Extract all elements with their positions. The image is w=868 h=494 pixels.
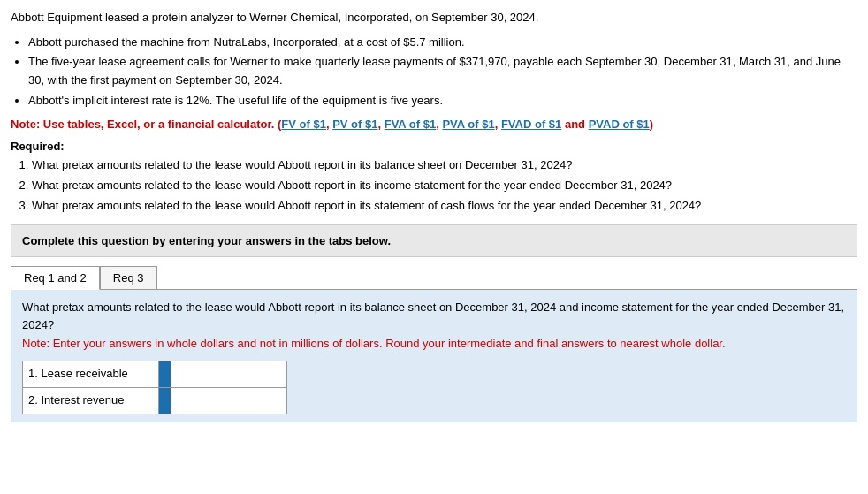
opening-sentence: Abbott Equipment leased a protein analyz… (11, 9, 857, 27)
bullet-2: The five-year lease agreement calls for … (28, 53, 857, 90)
fvad-link[interactable]: FVAD of $1 (501, 118, 561, 131)
pva-link[interactable]: PVA of $1 (442, 118, 494, 131)
required-section: Required: What pretax amounts related to… (11, 140, 857, 215)
tab-description: What pretax amounts related to the lease… (22, 299, 846, 336)
req-item-1: What pretax amounts related to the lease… (32, 156, 857, 175)
tab-content-area: What pretax amounts related to the lease… (11, 290, 857, 422)
required-title: Required: (11, 140, 857, 153)
table-row: 2. Interest revenue (23, 387, 287, 414)
answer-table: 1. Lease receivable 2. Interest revenue (22, 361, 287, 414)
lease-receivable-label: Lease receivable (41, 367, 127, 380)
note-prefix: Note: Use tables, Excel, or a financial … (11, 118, 274, 131)
pv-link[interactable]: PV of $1 (332, 118, 377, 131)
page-container: Abbott Equipment leased a protein analyz… (11, 9, 857, 422)
row-2-label: 2. Interest revenue (23, 387, 159, 414)
bullet-3: Abbott's implicit interest rate is 12%. … (28, 92, 857, 110)
pvad-link[interactable]: PVAD of $1 (589, 118, 650, 131)
flag-1 (158, 361, 171, 387)
interest-revenue-label: Interest revenue (41, 393, 124, 407)
row-1-number: 1. (28, 367, 41, 380)
note-line: Note: Use tables, Excel, or a financial … (11, 116, 857, 133)
row-2-input-cell (171, 387, 287, 414)
bullet-1: Abbott purchased the machine from NutraL… (28, 34, 857, 52)
req-item-2: What pretax amounts related to the lease… (32, 177, 857, 195)
tab-req-3-label: Req 3 (113, 271, 144, 285)
tabs-bar: Req 1 and 2 Req 3 (11, 266, 857, 290)
bullet-list: Abbott purchased the machine from NutraL… (28, 34, 857, 110)
tab-note: Note: Enter your answers in whole dollar… (22, 335, 846, 353)
complete-text: Complete this question by entering your … (22, 234, 391, 247)
table-row: 1. Lease receivable (23, 361, 287, 387)
tab-req-1-2-label: Req 1 and 2 (24, 271, 87, 285)
flag-2 (158, 387, 171, 414)
lease-receivable-input[interactable] (173, 365, 285, 382)
fv-link[interactable]: FV of $1 (281, 118, 326, 131)
req-item-3: What pretax amounts related to the lease… (32, 197, 857, 216)
tab-req-3[interactable]: Req 3 (100, 266, 157, 289)
row-1-label: 1. Lease receivable (23, 361, 159, 387)
row-2-number: 2. (28, 393, 41, 407)
fva-link[interactable]: FVA of $1 (385, 118, 437, 131)
tab-req-1-2[interactable]: Req 1 and 2 (11, 266, 100, 290)
complete-box: Complete this question by entering your … (11, 224, 857, 257)
interest-revenue-input[interactable] (173, 391, 285, 408)
required-list: What pretax amounts related to the lease… (32, 156, 857, 215)
row-1-input-cell (171, 361, 287, 387)
